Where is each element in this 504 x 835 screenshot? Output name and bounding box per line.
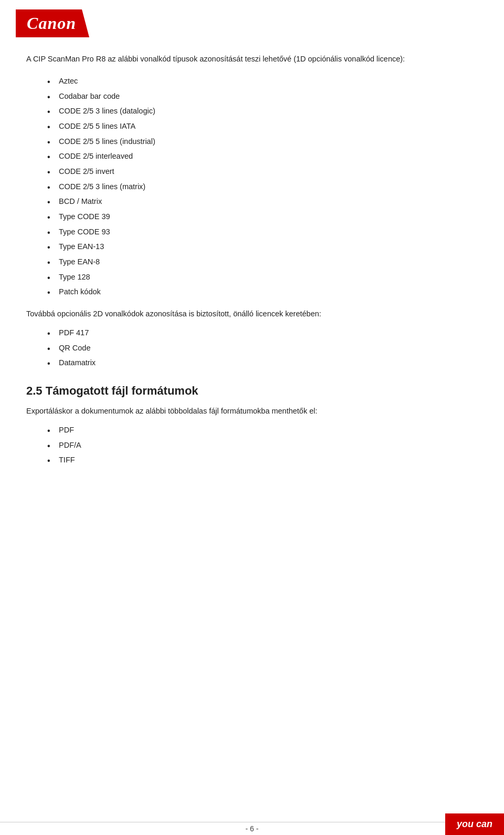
list-item: PDF 417 [47,326,478,339]
list-item: CODE 2/5 5 lines IATA [47,120,478,133]
list-item: TIFF [47,453,478,467]
logo-box: Canon [16,9,89,37]
footer: - 6 - you can [0,822,504,835]
header: Canon [0,0,504,43]
optional-list: PDF 417 QR Code Datamatrix [47,326,478,369]
list-item: CODE 2/5 3 lines (matrix) [47,180,478,193]
intro-paragraph: A CIP ScanMan Pro R8 az alábbi vonalkód … [26,53,478,65]
export-text: Exportáláskor a dokumentumok az alábbi t… [26,405,478,417]
list-item: Datamatrix [47,356,478,369]
page-wrapper: Canon A CIP ScanMan Pro R8 az alábbi von… [0,0,504,835]
intro-text-span: A CIP ScanMan Pro R8 az alábbi vonalkód … [26,55,405,63]
section-heading: 2.5 Támogatott fájl formátumok [26,384,478,398]
main-content: A CIP ScanMan Pro R8 az alábbi vonalkód … [0,43,504,514]
section-paragraph: Továbbá opcionális 2D vonalkódok azonosí… [26,308,478,320]
footer-page-number: - 6 - [0,824,504,833]
barcode-list: Aztec Codabar bar code CODE 2/5 3 lines … [47,75,478,298]
list-item: Aztec [47,75,478,88]
list-item: Type EAN-13 [47,240,478,253]
list-item: CODE 2/5 invert [47,165,478,178]
list-item: CODE 2/5 5 lines (industrial) [47,135,478,148]
list-item: Type CODE 93 [47,225,478,239]
list-item: BCD / Matrix [47,195,478,208]
logo-text: Canon [27,14,76,33]
footer-badge: you can [445,813,504,835]
list-item: Type CODE 39 [47,210,478,223]
list-item: PDF [47,424,478,437]
export-list: PDF PDF/A TIFF [47,424,478,467]
list-item: PDF/A [47,439,478,452]
list-item: CODE 2/5 interleaved [47,150,478,163]
list-item: Type EAN-8 [47,255,478,269]
list-item: Type 128 [47,271,478,284]
list-item: Patch kódok [47,285,478,298]
list-item: QR Code [47,342,478,355]
list-item: Codabar bar code [47,90,478,103]
list-item: CODE 2/5 3 lines (datalogic) [47,105,478,118]
